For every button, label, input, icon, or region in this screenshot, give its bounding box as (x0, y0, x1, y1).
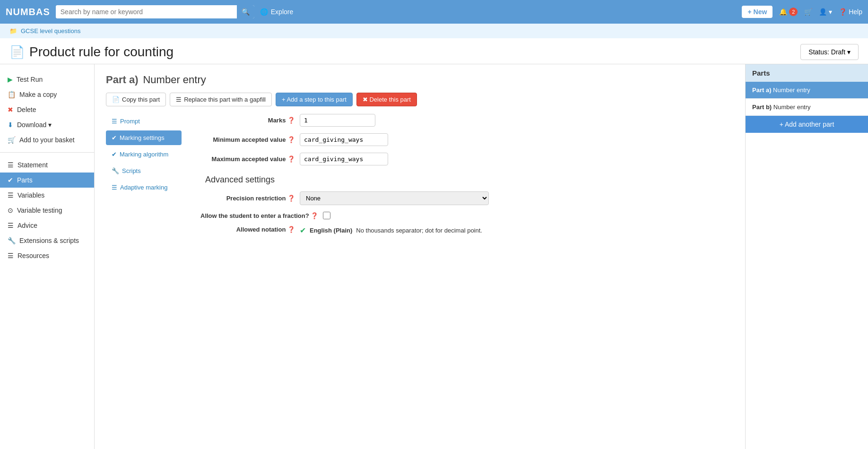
search-input[interactable] (56, 5, 237, 18)
sidebar-item-resources[interactable]: ☰ Resources (0, 248, 94, 263)
max-value-input[interactable] (300, 153, 388, 165)
part-b-label: Part b) (752, 104, 773, 111)
navbar-right: + New 🔔 2 🛒 👤 ▾ ❓ Help (742, 6, 862, 18)
sub-nav-marking-algorithm[interactable]: ✔ Marking algorithm (106, 147, 182, 162)
sidebar-item-statement[interactable]: ☰ Statement (0, 157, 94, 173)
action-buttons: 📄 Copy this part ☰ Replace this part wit… (106, 93, 734, 106)
help-link[interactable]: ❓ Help (839, 8, 862, 16)
marking-settings-icon: ✔ (112, 134, 117, 141)
sidebar-item-variable-testing[interactable]: ⊙ Variable testing (0, 203, 94, 218)
user-icon[interactable]: 👤 ▾ (819, 8, 832, 16)
precision-info-icon[interactable]: ❓ (287, 195, 295, 202)
fraction-label: Allow the student to enter a fraction? ❓ (200, 212, 318, 219)
min-value-row: Minimum accepted value ❓ (200, 133, 734, 146)
part-b-type: Number entry (773, 104, 811, 111)
sidebar-item-download[interactable]: ⬇ Download ▾ (0, 117, 94, 132)
page-title: 📄 Product rule for counting (9, 44, 174, 60)
search-button[interactable]: 🔍 (237, 5, 254, 18)
advice-icon: ☰ (8, 222, 14, 229)
notation-check-icon: ✔ (300, 226, 306, 235)
navbar: NUMBAS 🔍 🌐 Explore + New 🔔 2 🛒 👤 ▾ ❓ Hel… (0, 0, 868, 24)
notation-items: ✔ English (Plain) No thousands separator… (300, 226, 482, 239)
variables-icon: ☰ (8, 191, 14, 199)
sub-nav-scripts[interactable]: 🔧 Scripts (106, 164, 182, 178)
marks-info-icon[interactable]: ❓ (287, 117, 295, 124)
marks-input[interactable] (300, 114, 375, 127)
sub-nav-marking-settings[interactable]: ✔ Marking settings (106, 130, 182, 145)
notation-info-icon[interactable]: ❓ (287, 226, 295, 233)
advanced-settings-title: Advanced settings (200, 175, 734, 185)
sidebar-item-variables[interactable]: ☰ Variables (0, 188, 94, 203)
delete-icon: ✖ (8, 106, 13, 113)
play-icon: ▶ (8, 76, 13, 83)
marking-algo-icon: ✔ (112, 151, 117, 158)
sidebar-item-delete[interactable]: ✖ Delete (0, 102, 94, 117)
min-value-input[interactable] (300, 133, 388, 146)
replace-gapfill-button[interactable]: ☰ Replace this part with a gapfill (170, 93, 272, 106)
left-sidebar: ▶ Test Run 📋 Make a copy ✖ Delete ⬇ Down… (0, 64, 95, 449)
variable-testing-icon: ⊙ (8, 207, 13, 214)
parts-panel: Parts Part a) Number entry Part b) Numbe… (745, 64, 868, 449)
parts-item-b[interactable]: Part b) Number entry (746, 99, 868, 116)
status-button[interactable]: Status: Draft ▾ (800, 44, 859, 60)
breadcrumb: 📁 GCSE level questions (0, 24, 868, 38)
precision-label: Precision restriction ❓ (200, 195, 295, 202)
part-a-type: Number entry (773, 86, 810, 94)
notifications-icon[interactable]: 🔔 2 (779, 8, 798, 16)
globe-icon: 🌐 (260, 8, 268, 16)
page-title-icon: 📄 (9, 45, 25, 60)
prompt-icon: ☰ (112, 118, 117, 125)
content-layout: ☰ Prompt ✔ Marking settings ✔ Marking al… (106, 114, 734, 245)
min-value-label: Minimum accepted value ❓ (200, 136, 295, 143)
part-header: Part a) Number entry (106, 74, 734, 86)
main-content: Part a) Number entry 📄 Copy this part ☰ … (95, 64, 745, 449)
sidebar-item-basket[interactable]: 🛒 Add to your basket (0, 132, 94, 147)
min-value-info-icon[interactable]: ❓ (287, 136, 295, 143)
delete-part-button[interactable]: ✖ Delete this part (356, 93, 417, 106)
part-a-label: Part a) (752, 86, 773, 94)
sidebar-item-parts[interactable]: ✔ Parts (0, 173, 94, 188)
brand-logo: NUMBAS (6, 7, 50, 17)
parts-item-a[interactable]: Part a) Number entry (746, 82, 868, 99)
sidebar-item-extensions[interactable]: 🔧 Extensions & scripts (0, 233, 94, 248)
notation-item-english: ✔ English (Plain) No thousands separator… (300, 226, 482, 235)
sidebar-item-advice[interactable]: ☰ Advice (0, 218, 94, 233)
fraction-info-icon[interactable]: ❓ (311, 212, 318, 219)
max-value-row: Maximum accepted value ❓ (200, 153, 734, 165)
breadcrumb-icon: 📁 (9, 27, 17, 35)
marks-row: Marks ❓ (200, 114, 734, 127)
fraction-row: Allow the student to enter a fraction? ❓ (200, 212, 734, 219)
marks-label: Marks ❓ (200, 117, 295, 124)
explore-link[interactable]: 🌐 Explore (260, 8, 293, 16)
notation-name: English (Plain) (310, 227, 352, 234)
sidebar-item-test-run[interactable]: ▶ Test Run (0, 72, 94, 87)
copy-part-button[interactable]: 📄 Copy this part (106, 93, 166, 106)
notation-label: Allowed notation ❓ (200, 226, 295, 233)
part-label: Part a) (106, 74, 138, 86)
add-step-button[interactable]: + Add a step to this part (276, 93, 353, 106)
main-layout: ▶ Test Run 📋 Make a copy ✖ Delete ⬇ Down… (0, 64, 868, 449)
parts-icon: ✔ (8, 176, 13, 184)
form-area: Marks ❓ Minimum accepted value ❓ (191, 114, 734, 245)
adaptive-icon: ☰ (112, 184, 117, 191)
precision-select[interactable]: None Decimal places Significant figures (300, 191, 489, 205)
max-value-info-icon[interactable]: ❓ (287, 155, 295, 163)
notifications-badge: 2 (789, 8, 798, 16)
new-button[interactable]: + New (742, 6, 773, 18)
add-part-button[interactable]: + Add another part (746, 116, 868, 133)
part-type: Number entry (143, 74, 206, 86)
copy-icon: 📋 (8, 91, 16, 98)
parts-panel-header: Parts (746, 64, 868, 82)
download-icon: ⬇ (8, 121, 13, 129)
sub-nav-prompt[interactable]: ☰ Prompt (106, 114, 182, 129)
breadcrumb-link[interactable]: GCSE level questions (21, 27, 80, 35)
help-circle-icon: ❓ (839, 8, 847, 16)
copy-icon-sm: 📄 (112, 96, 120, 103)
sub-nav-adaptive[interactable]: ☰ Adaptive marking (106, 180, 182, 195)
resources-icon: ☰ (8, 252, 14, 259)
cart-icon[interactable]: 🛒 (804, 8, 812, 16)
fraction-checkbox[interactable] (323, 212, 330, 219)
precision-row: Precision restriction ❓ None Decimal pla… (200, 191, 734, 205)
max-value-label: Maximum accepted value ❓ (200, 155, 295, 163)
sidebar-item-make-copy[interactable]: 📋 Make a copy (0, 87, 94, 102)
